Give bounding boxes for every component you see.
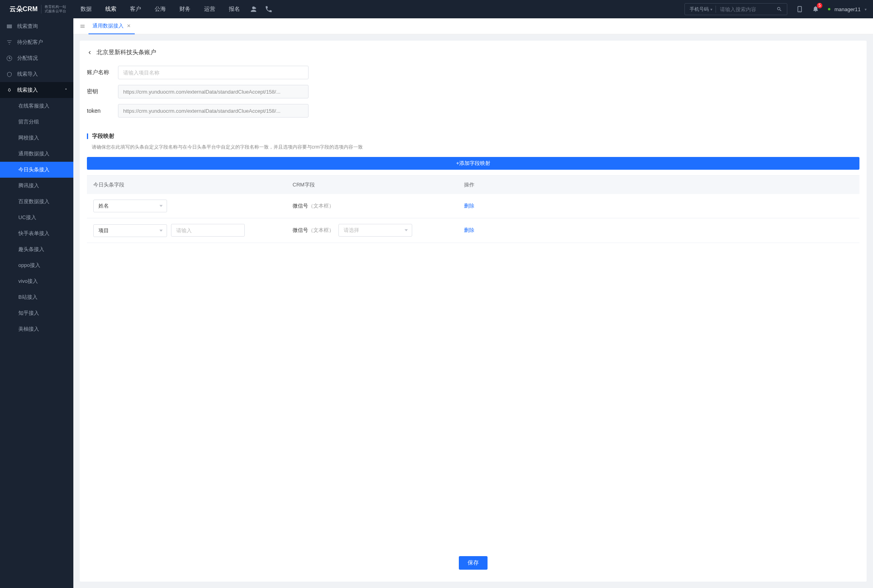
nav-icons-group <box>250 5 273 13</box>
crm-field-select[interactable]: 请选择 <box>338 224 412 237</box>
search-type-select[interactable]: 手机号码 ▾ <box>685 6 716 13</box>
username: manager11 <box>834 6 861 12</box>
sidebar-subitem[interactable]: 知乎接入 <box>0 305 73 321</box>
sidebar-subitem[interactable]: oppo接入 <box>0 257 73 273</box>
search-icon <box>777 6 782 12</box>
tabs-bar: 通用数据接入 ✕ <box>73 18 873 34</box>
main-content: 通用数据接入 ✕ 北京昱新科技头条账户 账户名称 密钥 to <box>73 18 873 588</box>
tab-general-data-access[interactable]: 通用数据接入 ✕ <box>88 18 135 34</box>
sidebar-subitem[interactable]: 趣头条接入 <box>0 241 73 257</box>
search-button[interactable] <box>772 6 787 12</box>
menu-collapse-icon <box>80 24 85 29</box>
add-field-mapping-button[interactable]: +添加字段映射 <box>87 157 859 170</box>
sidebar-icon <box>6 39 12 45</box>
column-header: 今日头条字段 <box>87 176 286 194</box>
sidebar-subitem[interactable]: 今日头条接入 <box>0 162 73 178</box>
sidebar-subitem[interactable]: 百度数据接入 <box>0 194 73 210</box>
field-text-input[interactable] <box>171 224 245 237</box>
sidebar-subitem[interactable]: 腾讯接入 <box>0 178 73 194</box>
logo: 云朵CRM 教育机构一站 式服务云平台 <box>10 5 66 14</box>
sidebar-toggle[interactable] <box>77 24 88 29</box>
content-panel: 北京昱新科技头条账户 账户名称 密钥 token 字段映射 <box>73 34 873 588</box>
sidebar-subitem[interactable]: vivo接入 <box>0 273 73 289</box>
chevron-up-icon: ˄ <box>65 88 67 92</box>
sidebar: 线索查询待分配客户分配情况线索导入线索接入˄在线客服接入留言分组网校接入通用数据… <box>0 18 73 588</box>
sidebar-item[interactable]: 分配情况 <box>0 50 73 66</box>
crm-field-label: 微信号 <box>293 227 308 233</box>
sidebar-subitem[interactable]: 美柚接入 <box>0 321 73 337</box>
status-indicator <box>828 8 830 10</box>
crm-field-hint: （文本框） <box>308 227 334 233</box>
nav-item[interactable]: 报名 <box>226 1 242 18</box>
user-add-icon[interactable] <box>250 5 258 13</box>
toutiao-field-select[interactable]: 项目 <box>93 224 167 237</box>
nav-item[interactable]: 运营 <box>202 1 218 18</box>
column-header: 操作 <box>458 176 516 194</box>
nav-item[interactable]: 线索 <box>103 1 119 18</box>
chevron-down-icon: ▾ <box>710 7 712 12</box>
sidebar-subitem[interactable]: 在线客服接入 <box>0 98 73 114</box>
crm-field-hint: （文本框） <box>308 203 334 209</box>
sidebar-subitem[interactable]: B站接入 <box>0 289 73 305</box>
mobile-icon[interactable] <box>796 6 803 13</box>
header-right: 手机号码 ▾ 5 manager11 ▾ <box>684 3 867 15</box>
sidebar-subitem[interactable]: 网校接入 <box>0 130 73 146</box>
close-icon[interactable]: ✕ <box>127 23 131 29</box>
nav-item[interactable]: 公海 <box>152 1 168 18</box>
sidebar-subitem[interactable]: 通用数据接入 <box>0 146 73 162</box>
sidebar-item[interactable]: 线索查询 <box>0 18 73 34</box>
secret-input[interactable] <box>118 85 309 98</box>
toutiao-field-select[interactable]: 姓名 <box>93 200 167 212</box>
notification-badge: 5 <box>817 3 822 8</box>
phone-icon[interactable] <box>265 5 273 13</box>
sidebar-icon <box>6 24 12 29</box>
nav-item[interactable]: 数据 <box>78 1 94 18</box>
nav-item[interactable]: 财务 <box>177 1 193 18</box>
sidebar-subitem[interactable]: UC接入 <box>0 210 73 225</box>
user-menu[interactable]: manager11 ▾ <box>828 6 867 12</box>
account-name-label: 账户名称 <box>87 69 118 76</box>
chevron-down-icon: ▾ <box>865 7 867 12</box>
crm-field-label: 微信号 <box>293 203 308 209</box>
sidebar-icon <box>6 71 12 77</box>
footer: 保存 <box>87 548 859 574</box>
section-title: 字段映射 <box>92 133 114 140</box>
chevron-left-icon <box>87 50 92 55</box>
secret-label: 密钥 <box>87 88 118 95</box>
breadcrumb-back[interactable]: 北京昱新科技头条账户 <box>87 49 859 56</box>
table-row: 项目微信号（文本框） 请选择删除 <box>87 218 859 243</box>
mapping-table: 今日头条字段 CRM字段 操作 姓名微信号（文本框）删除项目微信号（文本框） 请… <box>87 175 859 243</box>
account-name-input[interactable] <box>118 66 309 79</box>
section-desc: 请确保您在此填写的头条自定义字段名称与在今日头条平台中自定义的字段名称一致，并且… <box>87 144 859 151</box>
table-header: 今日头条字段 CRM字段 操作 <box>87 176 859 194</box>
delete-link[interactable]: 删除 <box>464 227 474 233</box>
column-header: CRM字段 <box>286 176 458 194</box>
sidebar-subitem[interactable]: 快手表单接入 <box>0 225 73 241</box>
notifications[interactable]: 5 <box>812 5 819 14</box>
page-title: 北京昱新科技头条账户 <box>96 49 156 56</box>
token-label: token <box>87 108 118 114</box>
table-row: 姓名微信号（文本框）删除 <box>87 194 859 218</box>
main-nav: 数据线索客户公海财务运营报名 <box>78 1 242 18</box>
delete-link[interactable]: 删除 <box>464 203 474 209</box>
search-box: 手机号码 ▾ <box>684 3 787 15</box>
nav-item[interactable]: 客户 <box>128 1 144 18</box>
logo-subtitle: 教育机构一站 式服务云平台 <box>41 5 66 14</box>
sidebar-icon <box>6 55 12 61</box>
save-button[interactable]: 保存 <box>459 556 488 570</box>
sidebar-item[interactable]: 线索导入 <box>0 66 73 82</box>
token-input[interactable] <box>118 104 309 118</box>
title-accent <box>87 133 88 139</box>
logo-text: 云朵CRM <box>10 5 38 14</box>
sidebar-subitem[interactable]: 留言分组 <box>0 114 73 130</box>
app-header: 云朵CRM 教育机构一站 式服务云平台 数据线索客户公海财务运营报名 手机号码 … <box>0 0 873 18</box>
search-input[interactable] <box>716 6 772 12</box>
sidebar-item[interactable]: 线索接入˄ <box>0 82 73 98</box>
sidebar-icon <box>6 87 12 93</box>
sidebar-item[interactable]: 待分配客户 <box>0 34 73 50</box>
